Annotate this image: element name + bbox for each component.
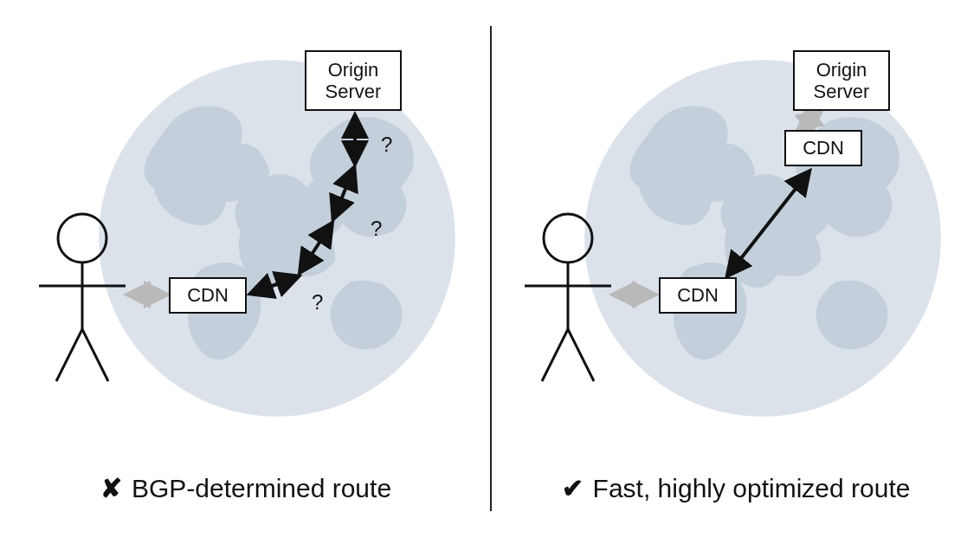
check-icon: ✔: [560, 473, 586, 503]
panel-bgp-route: Origin Server CDN: [0, 0, 490, 551]
cdn-bottom-label: CDN: [677, 284, 719, 306]
origin-server-box: Origin Server: [305, 50, 402, 111]
svg-line-9: [334, 170, 353, 217]
person-icon: [520, 208, 616, 390]
question-mark-2: ?: [371, 217, 382, 241]
person-icon: [35, 208, 130, 390]
cdn-label: CDN: [187, 284, 229, 306]
diagram-root: Origin Server CDN: [0, 0, 980, 551]
question-mark-1: ?: [381, 133, 392, 157]
cross-icon: ✘: [99, 473, 125, 503]
question-mark-3: ?: [312, 290, 323, 314]
svg-point-11: [584, 60, 941, 417]
svg-line-19: [729, 173, 808, 274]
svg-line-15: [542, 329, 568, 381]
origin-server-box: Origin Server: [793, 50, 890, 111]
panel-optimized-route: Origin Server CDN CDN ✔Fast, highly opti…: [490, 0, 980, 551]
svg-point-12: [544, 214, 592, 263]
cdn-top-box: CDN: [784, 130, 862, 166]
cdn-bottom-box: CDN: [659, 277, 737, 314]
origin-server-label: Origin Server: [814, 59, 870, 103]
caption-right-text: Fast, highly optimized route: [593, 474, 911, 502]
svg-line-18: [800, 113, 819, 128]
globe-icon: [95, 56, 459, 420]
caption-left-text: BGP-determined route: [132, 474, 391, 502]
svg-point-1: [58, 214, 106, 263]
globe-icon: [581, 56, 945, 420]
caption-left: ✘BGP-determined route: [0, 473, 490, 503]
svg-line-7: [253, 277, 296, 293]
caption-right: ✔Fast, highly optimized route: [490, 473, 980, 503]
cdn-box: CDN: [169, 277, 247, 314]
svg-line-8: [301, 225, 331, 270]
cdn-top-label: CDN: [803, 137, 844, 159]
svg-line-5: [82, 329, 108, 381]
svg-point-0: [99, 60, 455, 417]
svg-line-16: [568, 329, 594, 381]
svg-line-4: [56, 329, 82, 381]
origin-server-label: Origin Server: [326, 59, 382, 103]
